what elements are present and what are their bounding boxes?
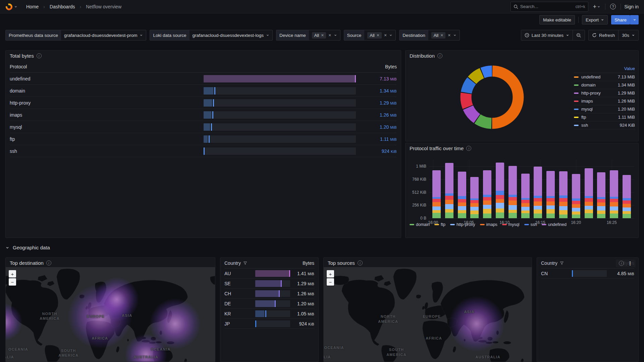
zoom-out-icon xyxy=(576,33,581,38)
new-button[interactable]: + xyxy=(592,2,602,11)
legend-label[interactable]: domain xyxy=(581,82,596,87)
export-button[interactable]: Export xyxy=(582,15,608,24)
bar-gauge-cell xyxy=(572,270,607,277)
refresh-interval-select[interactable]: 30s xyxy=(618,30,638,40)
zoom-out-time-button[interactable] xyxy=(573,30,585,40)
source-select[interactable]: All× × xyxy=(364,30,395,40)
filter-value-chip[interactable]: All× xyxy=(367,32,382,39)
search-input[interactable] xyxy=(520,4,574,9)
remove-value-icon[interactable]: × xyxy=(321,33,324,38)
map-zoom-in-button[interactable]: + xyxy=(327,270,334,278)
time-range-picker[interactable]: Last 30 minutes xyxy=(521,30,573,40)
table-row: ssh924 KiB xyxy=(10,145,397,157)
bar-segment-mysql xyxy=(546,198,555,201)
filter-value-chip[interactable]: All× xyxy=(431,32,446,39)
panel-title[interactable]: Top sources xyxy=(328,260,355,266)
legend-item[interactable]: domain xyxy=(410,222,430,227)
panel-title[interactable]: Distribution xyxy=(410,53,435,59)
legend-marker xyxy=(574,93,579,94)
destination-select[interactable]: All× × xyxy=(428,30,460,40)
filter-funnel-icon[interactable] xyxy=(243,261,247,265)
share-button[interactable]: Share xyxy=(611,15,630,24)
map-zoom-out-button[interactable]: − xyxy=(327,278,334,286)
info-icon[interactable]: i xyxy=(358,260,363,265)
legend-item[interactable]: mysql xyxy=(502,222,520,227)
column-header-country[interactable]: Country xyxy=(541,260,572,266)
bytes-unit: MiB xyxy=(390,137,397,141)
bar-segment-undefined xyxy=(445,163,453,193)
filter-funnel-icon[interactable] xyxy=(560,261,564,265)
x-axis-label: 16:20 xyxy=(571,220,581,225)
grafana-logo-button[interactable] xyxy=(5,3,17,10)
gridline xyxy=(429,218,634,219)
legend-label[interactable]: undefined xyxy=(581,74,600,79)
map-zoom-in-button[interactable]: + xyxy=(9,270,16,278)
stacked-bar xyxy=(572,174,580,218)
column-header-bytes[interactable]: Bytes xyxy=(356,64,397,69)
clear-filter-icon[interactable]: × xyxy=(384,33,387,38)
prometheus-datasource-select[interactable]: grafanacloud-dsuessdevextest-prom xyxy=(61,30,146,40)
help-button[interactable]: ? xyxy=(609,2,617,11)
legend-item[interactable]: undefined xyxy=(542,222,567,227)
bar-segment-ftp xyxy=(432,210,441,213)
geomap-top-destination[interactable]: + − NORTH AMERICAEUROPEASIAAFRICASOUTH A… xyxy=(6,267,215,362)
refresh-button[interactable]: Refresh xyxy=(589,30,618,40)
legend-label[interactable]: http-proxy xyxy=(581,90,601,96)
geomap-top-sources[interactable]: + − NORTH AMERICAEUROPEASIAAFRICASOUTH A… xyxy=(324,267,532,362)
bytes-unit: KiB xyxy=(308,322,314,326)
legend-item[interactable]: ssh xyxy=(524,222,537,227)
remove-value-icon[interactable]: × xyxy=(440,33,443,38)
panel-title[interactable]: Total bytes xyxy=(10,53,34,59)
sign-in-button[interactable]: Sign in xyxy=(624,4,639,9)
bar-segment-imaps xyxy=(521,203,530,207)
time-series-chart: 0 B256 KiB512 KiB768 KiB1 MiB16:0016:051… xyxy=(406,153,638,238)
info-icon[interactable]: i xyxy=(37,53,42,58)
y-axis-label: 512 KiB xyxy=(412,190,426,195)
panel-title[interactable]: Top destination xyxy=(10,260,44,266)
breadcrumb-home[interactable]: Home xyxy=(26,4,39,9)
bar-gauge-fill xyxy=(204,135,208,143)
bar-segment-undefined xyxy=(470,177,479,198)
legend-item[interactable]: imaps xyxy=(480,222,497,227)
device-name-select[interactable]: All× × xyxy=(309,30,340,40)
breadcrumb-current: Netflow overview xyxy=(86,4,121,9)
info-icon[interactable]: i xyxy=(619,261,624,266)
section-geographic-data[interactable]: Geographic data xyxy=(5,245,50,250)
column-header-bytes[interactable]: Bytes xyxy=(290,260,314,266)
legend-item[interactable]: ftp xyxy=(434,222,445,227)
bar-segment-ftp xyxy=(597,210,605,214)
legend-label[interactable]: mysql xyxy=(581,107,593,112)
search-box[interactable]: ctrl+k xyxy=(511,2,588,12)
bar-segment-mysql xyxy=(445,196,453,200)
legend-header-value[interactable]: Value xyxy=(574,65,635,73)
legend-row: domain1.34 MiB xyxy=(574,81,635,89)
make-editable-button[interactable]: Make editable xyxy=(539,15,575,24)
clear-filter-icon[interactable]: × xyxy=(448,33,450,38)
info-icon[interactable]: i xyxy=(437,53,442,58)
loki-datasource-select[interactable]: grafanacloud-dsuessdevextest-logs xyxy=(190,30,272,40)
legend-label[interactable]: ftp xyxy=(581,115,586,120)
bar-segment-http-proxy xyxy=(445,204,453,209)
legend-label[interactable]: ssh xyxy=(581,123,588,128)
remove-value-icon[interactable]: × xyxy=(377,33,379,38)
bar-gauge-track xyxy=(255,310,290,317)
bar-segment-domain xyxy=(496,213,504,218)
filter-value-chip[interactable]: All× xyxy=(312,32,326,39)
bar-gauge-track xyxy=(255,300,290,307)
info-icon[interactable]: i xyxy=(466,146,471,151)
bar-segment-domain xyxy=(521,213,530,218)
share-menu-button[interactable] xyxy=(630,15,639,24)
legend-label[interactable]: imaps xyxy=(581,99,593,104)
breadcrumb-dashboards[interactable]: Dashboards xyxy=(50,4,75,9)
column-header-country[interactable]: Country xyxy=(224,260,255,266)
column-header-protocol[interactable]: Protocol xyxy=(10,64,204,69)
clear-filter-icon[interactable]: × xyxy=(328,33,331,38)
destination-filter: Destination All× × xyxy=(399,30,460,41)
panel-title[interactable]: Protocol traffic over time xyxy=(410,145,464,151)
panel-menu-icon[interactable]: ⋮ xyxy=(628,261,633,266)
legend-marker xyxy=(502,224,507,225)
info-icon[interactable]: i xyxy=(46,260,51,265)
legend-item[interactable]: http-proxy xyxy=(450,222,475,227)
map-zoom-out-button[interactable]: − xyxy=(9,278,16,286)
bar-segment-mysql xyxy=(521,200,530,203)
